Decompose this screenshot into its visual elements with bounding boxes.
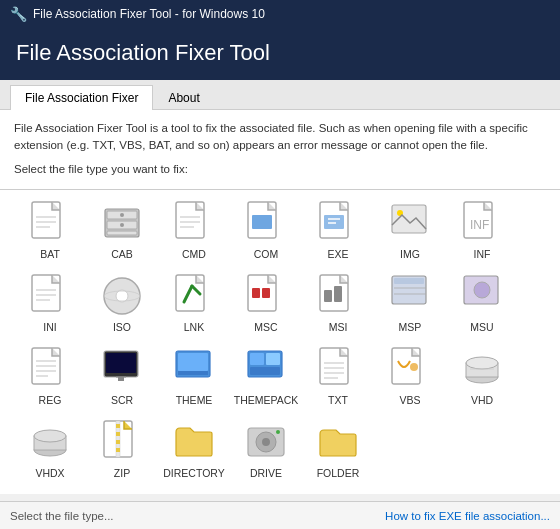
svg-rect-59 [250, 367, 280, 375]
drive-label: DRIVE [250, 467, 282, 479]
theme-icon [172, 347, 216, 391]
lnk-label: LNK [184, 321, 204, 333]
file-type-cab[interactable]: CAB [86, 194, 158, 267]
svg-rect-34 [262, 288, 270, 298]
svg-rect-54 [178, 353, 208, 371]
status-bar: Select the file type... How to fix EXE f… [0, 501, 560, 529]
ini-label: INI [43, 321, 56, 333]
msc-icon [244, 274, 288, 318]
file-type-vhd[interactable]: VHD [446, 340, 518, 413]
title-bar: 🔧 File Association Fixer Tool - for Wind… [0, 0, 560, 28]
inf-label: INF [474, 248, 491, 260]
svg-text:INF: INF [470, 218, 489, 232]
com-icon [244, 201, 288, 245]
file-type-inf[interactable]: INF INF [446, 194, 518, 267]
svg-point-66 [410, 363, 418, 371]
iso-icon [100, 274, 144, 318]
app-header: File Association Fixer Tool [0, 28, 560, 80]
ini-icon [28, 274, 72, 318]
vbs-label: VBS [399, 394, 420, 406]
svg-rect-76 [116, 424, 120, 428]
zip-icon [100, 420, 144, 464]
file-type-vbs[interactable]: VBS [374, 340, 446, 413]
content-area: File Association Fixer Tool is a tool to… [0, 110, 560, 190]
file-type-vhdx[interactable]: VHDX [14, 413, 86, 486]
svg-rect-7 [107, 231, 137, 235]
vbs-icon [388, 347, 432, 391]
svg-point-9 [120, 223, 124, 227]
drive-icon [244, 420, 288, 464]
file-type-themepack[interactable]: THEMEPACK [230, 340, 302, 413]
zip-label: ZIP [114, 467, 130, 479]
app-icon: 🔧 [10, 6, 27, 22]
msu-label: MSU [470, 321, 493, 333]
reg-icon [28, 347, 72, 391]
file-type-folder[interactable]: FOLDER [302, 413, 374, 486]
svg-rect-39 [394, 278, 424, 284]
file-type-ini[interactable]: INI [14, 267, 86, 340]
msi-icon [316, 274, 360, 318]
svg-rect-79 [116, 448, 120, 452]
tab-about[interactable]: About [153, 85, 214, 110]
txt-label: TXT [328, 394, 348, 406]
file-types-grid: BAT CAB CMD COM EXE IMG [0, 190, 560, 494]
file-type-iso[interactable]: ISO [86, 267, 158, 340]
file-type-exe[interactable]: EXE [302, 194, 374, 267]
svg-point-73 [34, 430, 66, 442]
svg-point-43 [474, 282, 490, 298]
file-type-directory[interactable]: DIRECTORY [158, 413, 230, 486]
iso-label: ISO [113, 321, 131, 333]
app-title: File Association Fixer Tool [16, 40, 270, 65]
file-type-msc[interactable]: MSC [230, 267, 302, 340]
svg-rect-50 [106, 353, 136, 373]
svg-point-83 [276, 430, 280, 434]
msp-icon [388, 274, 432, 318]
tab-fixer[interactable]: File Association Fixer [10, 85, 153, 110]
directory-icon [172, 420, 216, 464]
bat-label: BAT [40, 248, 60, 260]
title-bar-text: File Association Fixer Tool - for Window… [33, 7, 265, 21]
file-type-lnk[interactable]: LNK [158, 267, 230, 340]
svg-point-8 [120, 213, 124, 217]
svg-rect-78 [116, 440, 120, 444]
file-type-com[interactable]: COM [230, 194, 302, 267]
file-type-cmd[interactable]: CMD [158, 194, 230, 267]
file-type-reg[interactable]: REG [14, 340, 86, 413]
svg-rect-57 [250, 353, 264, 365]
themepack-label: THEMEPACK [234, 394, 299, 406]
svg-rect-77 [116, 432, 120, 436]
file-type-scr[interactable]: SCR [86, 340, 158, 413]
cab-label: CAB [111, 248, 133, 260]
scr-icon [100, 347, 144, 391]
vhdx-icon [28, 420, 72, 464]
svg-rect-36 [324, 290, 332, 302]
svg-rect-52 [118, 377, 124, 381]
svg-rect-37 [334, 286, 342, 302]
file-type-msp[interactable]: MSP [374, 267, 446, 340]
tab-bar: File Association Fixer About [0, 80, 560, 110]
folder-icon [316, 420, 360, 464]
file-type-zip[interactable]: ZIP [86, 413, 158, 486]
msp-label: MSP [399, 321, 422, 333]
file-type-msi[interactable]: MSI [302, 267, 374, 340]
file-type-img[interactable]: IMG [374, 194, 446, 267]
file-type-drive[interactable]: DRIVE [230, 413, 302, 486]
fix-exe-link[interactable]: How to fix EXE file association... [385, 510, 550, 522]
lnk-icon [172, 274, 216, 318]
file-type-txt[interactable]: TXT [302, 340, 374, 413]
exe-label: EXE [327, 248, 348, 260]
inf-icon: INF [460, 201, 504, 245]
txt-icon [316, 347, 360, 391]
msc-label: MSC [254, 321, 277, 333]
directory-label: DIRECTORY [163, 467, 224, 479]
svg-point-69 [466, 357, 498, 369]
file-type-msu[interactable]: MSU [446, 267, 518, 340]
com-label: COM [254, 248, 279, 260]
file-type-bat[interactable]: BAT [14, 194, 86, 267]
svg-rect-17 [324, 215, 344, 229]
svg-point-29 [116, 290, 128, 302]
file-type-theme[interactable]: THEME [158, 340, 230, 413]
img-icon [388, 201, 432, 245]
select-label: Select the file type you want to fix: [14, 163, 546, 175]
themepack-icon [244, 347, 288, 391]
